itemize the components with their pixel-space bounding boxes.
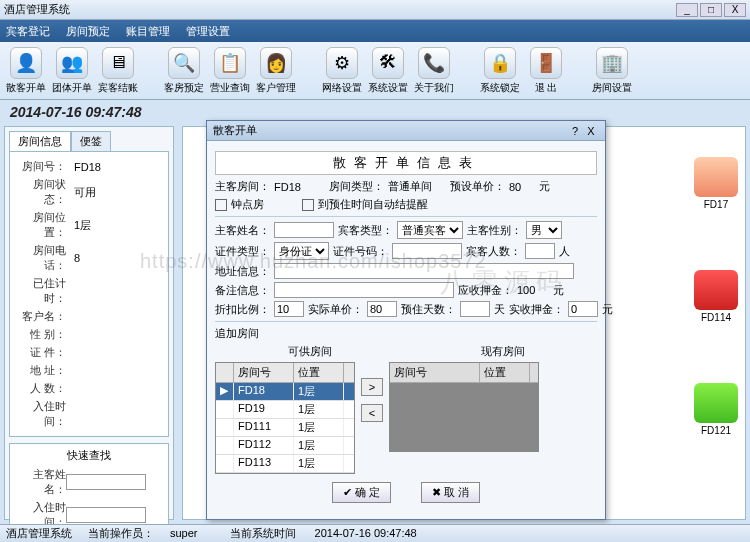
status-app: 酒店管理系统	[6, 526, 72, 541]
close-button[interactable]: X	[724, 3, 746, 17]
toolbar-btn-7[interactable]: 🛠系统设置	[366, 45, 410, 97]
address-input[interactable]	[274, 263, 574, 279]
room-cell-FD17[interactable]: FD17	[691, 157, 741, 210]
status-time: 当前系统时间 2014-07-16 09:47:48	[230, 526, 433, 541]
deposit-label: 应收押金：	[458, 283, 513, 298]
toolbar-btn-4[interactable]: 📋营业查询	[208, 45, 252, 97]
toolbar-label: 系统设置	[368, 81, 408, 95]
toolbar-btn-10[interactable]: 🚪退 出	[524, 45, 568, 97]
guest-type-select[interactable]: 普通宾客	[397, 221, 463, 239]
toolbar-label: 团体开单	[52, 81, 92, 95]
guest-name-input[interactable]	[274, 222, 334, 238]
toolbar-btn-0[interactable]: 👤散客开单	[4, 45, 48, 97]
toolbar-label: 散客开单	[6, 81, 46, 95]
room-cell-FD121[interactable]: FD121	[691, 383, 741, 436]
room-tables: 房间号位置 ▶FD181层FD191层FD1111层FD1121层FD1131层…	[215, 362, 597, 474]
room-cell-FD114[interactable]: FD114	[691, 270, 741, 323]
tab-notes[interactable]: 便签	[71, 131, 111, 151]
current-rooms-label: 现有房间	[481, 344, 525, 359]
col-loc-header-2: 位置	[480, 363, 530, 382]
table-row[interactable]: FD1131层	[216, 455, 354, 473]
table-row[interactable]: ▶FD181层	[216, 383, 354, 401]
cancel-button[interactable]: ✖ 取 消	[421, 482, 480, 503]
people-unit: 人	[559, 244, 570, 259]
room-label: FD17	[691, 199, 741, 210]
preset-price-value: 80	[509, 181, 521, 193]
remark-input[interactable]	[274, 282, 454, 298]
days-label: 预住天数：	[401, 302, 456, 317]
toolbar-btn-5[interactable]: 👩客户管理	[254, 45, 298, 97]
room-type-value: 普通单间	[388, 179, 432, 194]
menu-room-reserve[interactable]: 房间预定	[66, 24, 110, 39]
toolbar-btn-6[interactable]: ⚙网络设置	[320, 45, 364, 97]
search-name-label: 主客姓名：	[14, 467, 66, 497]
room-label: FD121	[691, 425, 741, 436]
remark-label: 备注信息：	[215, 283, 270, 298]
statusbar: 酒店管理系统 当前操作员：super 当前系统时间 2014-07-16 09:…	[0, 524, 750, 542]
toolbar-label: 宾客结账	[98, 81, 138, 95]
toolbar-icon: 🖥	[102, 47, 134, 79]
toolbar-icon: 🏢	[596, 47, 628, 79]
current-rooms-table[interactable]: 房间号位置	[389, 362, 539, 452]
table-row[interactable]: FD1111层	[216, 419, 354, 437]
dialog-close-button[interactable]: X	[583, 125, 599, 137]
actual-price-label: 实际单价：	[308, 302, 363, 317]
actual-price-input[interactable]	[367, 301, 397, 317]
titlebar: 酒店管理系统 _ □ X	[0, 0, 750, 20]
menu-guest-register[interactable]: 宾客登记	[6, 24, 50, 39]
auto-remind-checkbox[interactable]	[302, 199, 314, 211]
toolbar-btn-1[interactable]: 👥团体开单	[50, 45, 94, 97]
table-row[interactable]: FD1121层	[216, 437, 354, 455]
discount-input[interactable]	[274, 301, 304, 317]
people-count-input[interactable]	[525, 243, 555, 259]
table-row[interactable]: FD191层	[216, 401, 354, 419]
room-label: FD114	[691, 312, 741, 323]
deposit-value: 100	[517, 284, 535, 296]
app-title: 酒店管理系统	[4, 2, 70, 17]
guest-sex-select[interactable]: 男	[526, 221, 562, 239]
info-room_no-value: FD18	[74, 161, 101, 173]
move-right-button[interactable]: >	[361, 378, 383, 396]
toolbar-btn-11[interactable]: 🏢房间设置	[590, 45, 634, 97]
days-input[interactable]	[460, 301, 490, 317]
toolbar-icon: 📞	[418, 47, 450, 79]
toolbar-btn-3[interactable]: 🔍客房预定	[162, 45, 206, 97]
add-room-heading: 追加房间	[215, 326, 597, 341]
search-in-input[interactable]	[66, 507, 146, 523]
info-room_no-label: 房间号：	[14, 159, 66, 174]
info-stay-label: 已住计时：	[14, 276, 66, 306]
move-left-button[interactable]: <	[361, 404, 383, 422]
toolbar-label: 营业查询	[210, 81, 250, 95]
toolbar-btn-9[interactable]: 🔒系统锁定	[478, 45, 522, 97]
toolbar-icon: 👤	[10, 47, 42, 79]
info-status-label: 房间状态：	[14, 177, 66, 207]
toolbar-btn-8[interactable]: 📞关于我们	[412, 45, 456, 97]
id-type-select[interactable]: 身份证	[274, 242, 329, 260]
left-panel: 房间信息 便签 房间号：FD18房间状态：可用房间位置：1层房间电话：8已住计时…	[4, 126, 174, 520]
paid-deposit-input[interactable]	[568, 301, 598, 317]
id-type-label: 证件类型：	[215, 244, 270, 259]
search-name-input[interactable]	[66, 474, 146, 490]
id-no-input[interactable]	[392, 243, 462, 259]
clock-room-checkbox[interactable]	[215, 199, 227, 211]
minimize-button[interactable]: _	[676, 3, 698, 17]
info-phone-value: 8	[74, 252, 80, 264]
toolbar-icon: 👩	[260, 47, 292, 79]
quick-search-title: 快速查找	[14, 448, 164, 463]
toolbar-btn-2[interactable]: 🖥宾客结账	[96, 45, 140, 97]
toolbar-icon: 📋	[214, 47, 246, 79]
people-count-label: 宾客人数：	[466, 244, 521, 259]
room-icon	[694, 270, 738, 310]
preset-price-label: 预设单价：	[450, 179, 505, 194]
id-no-label: 证件号码：	[333, 244, 388, 259]
address-label: 地址信息：	[215, 264, 270, 279]
dialog-heading: 散客开单信息表	[215, 151, 597, 175]
available-rooms-table[interactable]: 房间号位置 ▶FD181层FD191层FD1111层FD1121层FD1131层	[215, 362, 355, 474]
menubar: 宾客登记 房间预定 账目管理 管理设置	[0, 20, 750, 42]
dialog-help-button[interactable]: ?	[567, 125, 583, 137]
menu-admin-settings[interactable]: 管理设置	[186, 24, 230, 39]
tab-room-info[interactable]: 房间信息	[9, 131, 71, 151]
ok-button[interactable]: ✔ 确 定	[332, 482, 391, 503]
maximize-button[interactable]: □	[700, 3, 722, 17]
menu-account-manage[interactable]: 账目管理	[126, 24, 170, 39]
